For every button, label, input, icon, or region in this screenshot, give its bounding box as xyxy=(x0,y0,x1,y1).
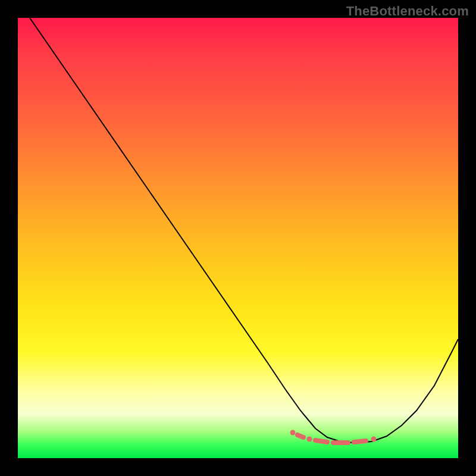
optimal-dot xyxy=(371,437,377,442)
curve-layer xyxy=(18,18,458,458)
optimal-dot xyxy=(307,437,312,442)
optimal-dash xyxy=(354,441,366,442)
optimal-dash xyxy=(315,440,327,442)
optimal-dash xyxy=(298,435,303,437)
bottleneck-curve xyxy=(30,18,458,443)
gradient-plot-area xyxy=(18,18,458,458)
optimal-dot xyxy=(290,430,296,436)
watermark-text: TheBottleneck.com xyxy=(346,4,469,19)
chart-frame: TheBottleneck.com xyxy=(0,0,476,476)
optimal-range-markers xyxy=(290,430,377,443)
